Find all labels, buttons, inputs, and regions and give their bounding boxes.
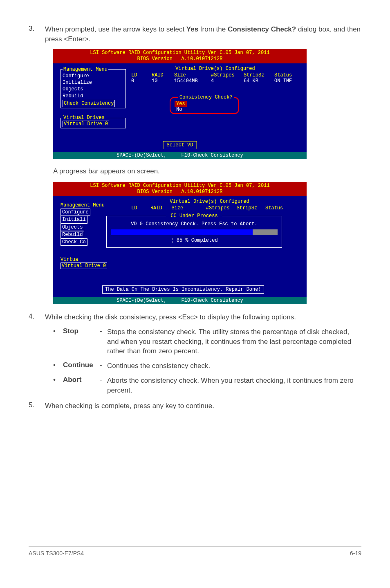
bios-footer: SPACE-(De)Select, F10-Check Consistency	[53, 152, 307, 159]
bold-yes: Yes	[186, 25, 198, 33]
progress-message: VD 0 Consistency Check. Press Esc to Abo…	[111, 221, 278, 227]
progress-intro-text: A progress bar appears on screen.	[53, 167, 361, 175]
menu-item[interactable]: Initiali	[61, 216, 87, 223]
step-number: 5.	[29, 401, 45, 411]
bios-screenshot-1: LSI Software RAID Configuration Utility …	[53, 49, 307, 159]
progress-percent: ¦ 85 % Completed	[111, 238, 278, 243]
vd-item[interactable]: Virtual Drive 0	[61, 263, 107, 269]
header-line1: LSI Software RAID Configuration Utility …	[90, 183, 269, 189]
menu-item-selected[interactable]: Check Consistency	[63, 100, 115, 107]
footer-left: ASUS TS300-E7/PS4	[29, 550, 84, 557]
table-title: Virtual Drive(s) Configured	[129, 199, 290, 204]
progress-bar-fill	[111, 229, 253, 235]
bios-header: LSI Software RAID Configuration Utility …	[53, 49, 307, 63]
cell-ld: 0	[129, 78, 152, 84]
menu-title: Management Menu	[63, 66, 108, 73]
option-desc: Aborts the consistency check. When you r…	[107, 376, 361, 395]
bios-body: Management Menu Configure Initialize Obj…	[53, 63, 307, 152]
option-name: Abort	[63, 376, 100, 384]
cell-stripes: 4	[211, 78, 244, 84]
option-name: Continue	[63, 361, 100, 369]
col-stripsz: StripSz	[244, 72, 274, 78]
col-raid: RAID	[150, 205, 172, 211]
vd-table: Virtual Drive(s) Configured LD RAID Size…	[129, 199, 290, 211]
col-status: Status	[274, 72, 301, 78]
option-desc: Stops the consistency check. The utility…	[107, 327, 361, 356]
menu-item[interactable]: Check Co	[61, 238, 87, 246]
menu-item[interactable]: Configure	[61, 209, 90, 216]
text: When prompted, use the arrow keys to sel…	[45, 25, 186, 33]
bullet-icon: •	[53, 327, 63, 335]
bios-footer: SPACE-(De)Select, F10-Check Consistency	[53, 297, 307, 304]
option-desc: Continues the consistency check.	[107, 361, 361, 371]
consistency-check-dialog: Consistency Check? Yes No	[170, 97, 239, 114]
bios-header: LSI Software RAID Configuration Utility …	[53, 182, 307, 196]
vd-item-wrap: Virtual Drive 0	[61, 263, 107, 269]
bios-body: Management Menu Configure Initiali Objec…	[53, 196, 307, 297]
option-continue: • Continue - Continues the consistency c…	[53, 361, 361, 371]
table-row: 0 10 154494MB 4 64 KB ONLINE	[129, 78, 302, 84]
bullet-icon: •	[53, 361, 63, 369]
bios-screenshot-2: LSI Software RAID Configuration Utility …	[53, 182, 307, 304]
menu-item[interactable]: Objects	[63, 86, 124, 92]
col-size: Size	[174, 72, 211, 78]
step-3: 3. When prompted, use the arrow keys to …	[29, 25, 361, 44]
progress-panel: CC Under Process VD 0 Consistency Check.…	[106, 216, 282, 248]
step-text: While checking the disk consistency, pre…	[45, 312, 361, 322]
step-4: 4. While checking the disk consistency, …	[29, 312, 361, 322]
page-content: 3. When prompted, use the arrow keys to …	[0, 0, 390, 432]
text: from the	[198, 25, 228, 33]
bullet-icon: •	[53, 376, 63, 384]
step-number: 3.	[29, 25, 45, 44]
vd-title-partial: Virtua	[61, 257, 78, 263]
menu-item[interactable]: Configure	[63, 73, 124, 79]
footer-right: 6-19	[350, 550, 361, 557]
col-ld: LD	[129, 72, 152, 78]
col-size: Size	[171, 205, 206, 211]
select-vd-button[interactable]: Select VD	[163, 141, 197, 149]
col-stripes: #Stripes	[206, 205, 237, 211]
cell-raid: 10	[152, 78, 174, 84]
col-stripes: #Stripes	[211, 72, 244, 78]
table-title: Virtual Drive(s) Configured	[129, 66, 302, 72]
step-text: When checking is complete, press any key…	[45, 401, 361, 411]
table-header-row: LD RAID Size #Stripes StripSz Status	[129, 205, 290, 211]
dialog-yes[interactable]: Yes	[175, 101, 187, 107]
header-line2: BIOS Version A.10.01071212R	[137, 189, 223, 195]
cell-stripsz: 64 KB	[244, 78, 274, 84]
menu-item[interactable]: Initialize	[63, 79, 124, 86]
page-footer: ASUS TS300-E7/PS4 6-19	[29, 546, 361, 557]
option-name: Stop	[63, 327, 100, 335]
virtual-drives-section: Virtual Drives Virtual Drive 0	[61, 117, 126, 128]
step-number: 4.	[29, 312, 45, 322]
cell-size: 154494MB	[174, 78, 211, 84]
option-stop: • Stop - Stops the consistency check. Th…	[53, 327, 361, 356]
option-abort: • Abort - Aborts the consistency check. …	[53, 376, 361, 395]
header-line2: BIOS Version A.10.01071212R	[137, 56, 223, 62]
vd-table: Virtual Drive(s) Configured LD RAID Size…	[129, 66, 302, 84]
dialog-title: Consistency Check?	[178, 94, 234, 100]
cell-status: ONLINE	[274, 78, 301, 84]
table-header-row: LD RAID Size #Stripes StripSz Status	[129, 72, 302, 78]
bold-consistency-check: Consistency Check?	[228, 25, 296, 33]
step-text: When prompted, use the arrow keys to sel…	[45, 25, 361, 44]
menu-title: Management Menu	[61, 202, 105, 209]
header-line1: LSI Software RAID Configuration Utility …	[90, 50, 269, 56]
menu-item[interactable]: Rebuild	[63, 93, 124, 99]
management-menu: Management Menu Configure Initialize Obj…	[61, 69, 126, 108]
repair-done-message: The Data On The Drives Is Inconsistency.…	[102, 285, 264, 294]
col-ld: LD	[129, 205, 150, 211]
vd-title: Virtual Drives	[63, 115, 105, 121]
menu-items: Configure Initialize Objects Rebuild Che…	[63, 73, 124, 107]
menu-item[interactable]: Rebuild	[61, 231, 84, 238]
management-menu: Management Menu Configure Initiali Objec…	[61, 202, 105, 246]
dialog-no[interactable]: No	[175, 107, 234, 112]
col-status: Status	[265, 205, 290, 211]
dash: -	[100, 327, 107, 335]
menu-item[interactable]: Objects	[61, 224, 84, 231]
vd-item[interactable]: Virtual Drive 0	[63, 121, 109, 127]
col-raid: RAID	[152, 72, 174, 78]
dash: -	[100, 361, 107, 369]
step-5: 5. When checking is complete, press any …	[29, 401, 361, 411]
dash: -	[100, 376, 107, 384]
